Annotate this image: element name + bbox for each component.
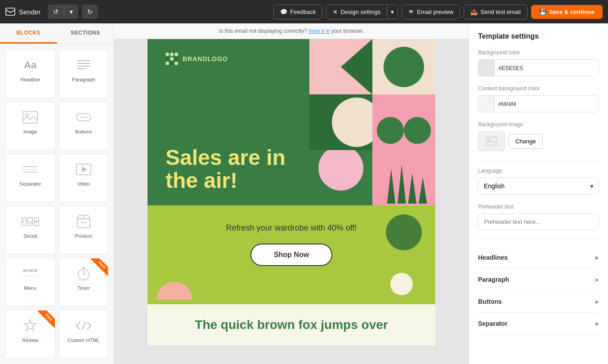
geo-circle-2 — [332, 98, 372, 147]
save-continue-button[interactable]: 💾 Save & continue — [531, 5, 603, 19]
svg-point-6 — [26, 114, 28, 116]
toolbar: Sender ↺ ▾ ↻ 💬 Feedback ✕ Design setting… — [0, 0, 608, 23]
block-image-label: Image — [23, 129, 37, 134]
block-headline[interactable]: Aa Headline — [5, 49, 55, 98]
block-review-label: Review — [22, 337, 38, 343]
canvas-area[interactable]: Is this email not displaying correctly? … — [114, 23, 469, 364]
change-bg-image-button[interactable]: Change — [509, 134, 543, 149]
send-test-email-label: Send test email — [480, 9, 521, 15]
app-logo: Sender — [5, 8, 40, 16]
email-promo-section[interactable]: Refresh your wardrobe with 40% off! Shop… — [148, 205, 435, 304]
block-review[interactable]: PRO Review — [5, 310, 55, 359]
svg-point-38 — [404, 117, 431, 144]
send-test-email-button[interactable]: 📤 Send test email — [464, 4, 528, 19]
block-custom-html-label: Custom HTML — [67, 337, 99, 343]
notice-link[interactable]: View it in — [308, 28, 330, 34]
paragraph-icon — [75, 57, 93, 73]
promo-deco-right1 — [386, 214, 422, 250]
block-paragraph[interactable]: Paragraph — [59, 49, 109, 98]
block-buttons-label: Buttons — [75, 129, 92, 134]
block-separator-label: Separator — [19, 181, 41, 186]
geo-cell-2 — [372, 39, 435, 94]
accordion-separator: Separator ▶ — [478, 313, 599, 335]
design-settings-arrow-icon: ▾ — [391, 9, 394, 15]
accordion-buttons-label: Buttons — [478, 298, 502, 305]
block-social[interactable]: f in Social — [5, 206, 55, 254]
undo-dropdown-button[interactable]: ▾ — [64, 4, 78, 19]
background-color-input-row[interactable] — [478, 59, 599, 76]
design-settings-dropdown[interactable]: ▾ — [387, 5, 398, 19]
blocks-grid: Aa Headline Paragraph — [0, 44, 114, 364]
svg-rect-20 — [77, 219, 90, 228]
block-separator[interactable]: Separator — [5, 154, 55, 202]
block-image[interactable]: Image — [5, 102, 55, 150]
block-timer[interactable]: PRO Timer — [59, 258, 109, 306]
svg-rect-23 — [23, 269, 27, 272]
block-custom-html[interactable]: Custom HTML — [59, 310, 109, 359]
svg-rect-24 — [28, 269, 33, 272]
accordion-headlines-header[interactable]: Headlines ▶ — [478, 247, 599, 268]
design-settings-label: Design settings — [340, 9, 380, 15]
background-color-field[interactable] — [495, 61, 599, 75]
redo-icon: ↻ — [87, 8, 93, 15]
accordion-paragraph-arrow-icon: ▶ — [595, 277, 599, 282]
block-headline-label: Headline — [21, 77, 40, 82]
design-settings-button[interactable]: ✕ Design settings — [326, 5, 387, 19]
feedback-label: Feedback — [290, 9, 316, 15]
geo-circle-1 — [384, 47, 424, 87]
promo-text: Refresh your wardrobe with 40% off! — [226, 223, 357, 233]
language-select-wrap: English French Spanish German Portuguese… — [478, 178, 599, 195]
geo-cell-4 — [372, 94, 435, 150]
footer-headline: The quick brown fox jumps over — [161, 318, 422, 332]
content-bg-color-swatch[interactable] — [478, 96, 495, 112]
block-video-label: Video — [77, 181, 90, 186]
email-preview-button[interactable]: 👁 Email preview — [402, 4, 460, 19]
content-bg-color-input-row[interactable] — [478, 95, 599, 112]
app-body: BLOCKS SECTIONS Aa Headline Paragraph — [0, 23, 608, 364]
app-name: Sender — [19, 8, 40, 16]
video-icon — [75, 161, 93, 178]
svg-rect-44 — [487, 137, 496, 145]
redo-button[interactable]: ↻ — [82, 4, 98, 19]
bg-image-row: Change — [478, 131, 599, 151]
send-icon: 📤 — [470, 9, 478, 15]
feedback-icon: 💬 — [280, 9, 287, 15]
sidebar-tabs: BLOCKS SECTIONS — [0, 23, 114, 44]
svg-point-37 — [377, 117, 404, 144]
background-color-swatch[interactable] — [478, 60, 495, 76]
block-product-label: Product — [75, 233, 92, 239]
block-buttons[interactable]: Buttons — [59, 102, 109, 150]
block-menu-label: Menu — [24, 285, 36, 291]
svg-rect-25 — [34, 269, 37, 272]
block-product[interactable]: Product — [59, 206, 109, 254]
tab-blocks[interactable]: BLOCKS — [0, 23, 57, 44]
undo-button[interactable]: ↺ — [48, 4, 64, 19]
language-section: Language English French Spanish German P… — [478, 168, 599, 195]
tab-sections[interactable]: SECTIONS — [57, 23, 114, 44]
block-menu[interactable]: Menu — [5, 258, 55, 306]
block-timer-label: Timer — [77, 285, 90, 291]
logo-icon — [5, 8, 15, 16]
save-continue-label: Save & continue — [549, 9, 595, 15]
accordion-headlines: Headlines ▶ — [478, 247, 599, 269]
language-label: Language — [478, 168, 599, 174]
email-canvas: BRANDLOGO Sales are in the air! — [148, 39, 435, 346]
image-placeholder-icon — [486, 137, 497, 146]
email-notice: Is this email not displaying correctly? … — [114, 23, 469, 39]
menu-icon — [21, 266, 39, 282]
accordion-paragraph-header[interactable]: Paragraph ▶ — [478, 269, 599, 290]
language-select[interactable]: English French Spanish German Portuguese — [478, 178, 599, 195]
block-video[interactable]: Video — [59, 154, 109, 202]
email-preview-label: Email preview — [417, 9, 453, 15]
accordion-buttons-header[interactable]: Buttons ▶ — [478, 291, 599, 312]
preheader-input[interactable] — [478, 213, 599, 230]
accordion-separator-header[interactable]: Separator ▶ — [478, 313, 599, 334]
accordion-paragraph: Paragraph ▶ — [478, 269, 599, 291]
email-hero-section[interactable]: BRANDLOGO Sales are in the air! — [148, 39, 435, 205]
feedback-button[interactable]: 💬 Feedback — [273, 4, 322, 19]
content-bg-color-field[interactable] — [495, 97, 599, 111]
geo-cell-6 — [372, 150, 435, 205]
email-footer-section[interactable]: The quick brown fox jumps over — [148, 304, 435, 346]
promo-shop-now-button[interactable]: Shop Now — [250, 244, 332, 266]
logo-text: BRANDLOGO — [183, 55, 228, 62]
